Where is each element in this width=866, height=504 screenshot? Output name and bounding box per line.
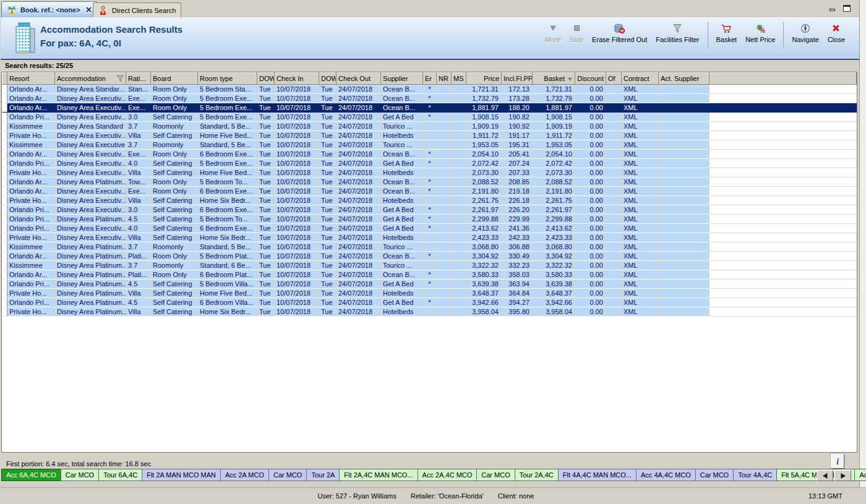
cell-supplier: Tourico ... [381,261,423,270]
sort-desc-icon [567,75,573,83]
table-row[interactable]: Private Ho...Disney Area Executiv...Vill… [2,233,857,242]
table-row[interactable]: Orlando Pri...Disney Area Executiv...3.0… [2,205,857,215]
facilities-filter-button[interactable]: Facilities Filter [651,21,703,45]
cell-gutter [2,270,7,280]
column-header-of[interactable]: Of [606,73,622,85]
table-row[interactable]: KissimmeeDisney Area Platinum...3.7Roomo… [2,261,857,270]
table-row[interactable]: KissimmeeDisney Area Executive3.7Roomonl… [2,140,857,150]
navigate-button[interactable]: Navigate [787,21,823,45]
column-header-ms[interactable]: MS [452,73,466,85]
session-tab-acc-4a-4c-mco[interactable]: Acc 4A,4C MCO [636,469,696,481]
cell-check_out: 24/07/2018 [337,187,381,196]
column-header-er[interactable]: Er [423,73,437,85]
cell-check_in: 10/07/2018 [275,196,319,205]
table-row[interactable]: Orlando Pri...Disney Area Platinum...4.5… [2,280,857,289]
column-header-accommodation[interactable]: Accommodation [55,73,126,85]
table-row[interactable]: Private Ho...Disney Area Executiv...Vill… [2,196,857,205]
cell-price: 2,072.42 [466,159,502,168]
table-row[interactable]: Orlando Pri...Disney Area Executiv...4.0… [2,224,857,233]
erase-filtered-out-button[interactable]: Erase Filtered Out [588,21,651,45]
session-tab-tour-2a-4c[interactable]: Tour 2A,4C [515,469,559,481]
maximize-button[interactable] [841,4,852,12]
tab-booking-ref[interactable]: Book. ref.: <none> [1,1,97,17]
table-row[interactable]: Orlando Pri...Disney Area Platinum...4.5… [2,215,857,224]
svg-text:%: % [760,27,765,33]
column-header-supplier[interactable]: Supplier [381,73,423,85]
cell-discount: 0.00 [575,280,606,289]
column-header-incl_fl_pp[interactable]: Incl.Fl.PP [502,73,533,85]
column-header-nr[interactable]: NR [437,73,452,85]
column-header-room_type[interactable]: Room type [198,73,257,85]
session-tab-tour-6a-4c[interactable]: Tour 6A,4C [98,469,142,481]
session-tab-tour-2a[interactable]: Tour 2A [306,469,340,481]
table-row[interactable]: Orlando Ar...Disney Area Platinum...Plat… [2,252,857,261]
column-header-discount[interactable]: Discount [575,73,606,85]
cell-check_in: 10/07/2018 [275,122,319,131]
table-row[interactable]: Orlando Ar...Disney Area Platinum...Plat… [2,270,857,280]
column-header-dow_out[interactable]: DOW [319,73,337,85]
search-results-count: Search results: 25/25 [5,62,73,69]
info-button[interactable]: i [831,454,844,469]
basket-button[interactable]: Basket [712,21,742,45]
close-button[interactable]: Close [823,21,849,45]
tab-direct-clients-label: Direct Clients Search [112,7,176,14]
table-row[interactable]: Orlando Pri...Disney Area Executiv...3.0… [2,113,857,122]
cell-incl_fl_pp: 241.36 [502,224,533,233]
table-row[interactable]: Orlando Ar...Disney Area Executiv...Exe.… [2,103,857,113]
cell-er: * [423,85,437,94]
table-row[interactable]: Orlando Ar...Disney Area Executiv...Exe.… [2,187,857,196]
nett-price-button[interactable]: %Nett Price [741,21,779,45]
column-header-price[interactable]: Price [466,73,502,85]
cell-price: 1,881.97 [466,103,502,113]
filter-funnel-icon [117,75,124,83]
table-row[interactable]: KissimmeeDisney Area Standard3.7Roomonly… [2,122,857,131]
session-tab-acc-2a-mco[interactable]: Acc 2A MCO [220,469,269,481]
table-row[interactable]: Orlando Ar...Disney Area Standar...Stan.… [2,85,857,94]
column-header-board[interactable]: Board [151,73,198,85]
column-header-contract[interactable]: Contract [622,73,659,85]
cell-rating: 3.7 [126,140,151,150]
cell-nr [437,177,452,187]
column-header-dow_in[interactable]: DOW [257,73,275,85]
column-header-check_out[interactable]: Check Out [337,73,381,85]
table-row[interactable]: Private Ho...Disney Area Platinum...Vill… [2,307,857,317]
cell-accommodation: Disney Area Platinum... [55,280,126,289]
scroll-tabs-left-button[interactable] [817,470,833,481]
table-row[interactable]: Private Ho...Disney Area Platinum...Vill… [2,289,857,298]
session-tab-acc-6a-4c-mco[interactable]: Acc 6A,4C MCO [1,469,61,481]
cell-gutter [2,205,7,215]
minimize-button[interactable] [827,4,838,12]
cell-board: Self Catering [151,280,198,289]
cell-board: Self Catering [151,205,198,215]
column-header-resort[interactable]: Resort [7,73,55,85]
cell-incl_fl_pp: 364.84 [502,289,533,298]
cell-basket: 2,088.52 [533,177,575,187]
scroll-tabs-right-button[interactable] [834,470,851,481]
session-tab-car-mco[interactable]: Car MCO [61,469,99,481]
cell-ms [452,168,466,177]
session-tab-flt-4a-4c-man-mco-[interactable]: Flt 4A,4C MAN MCO... [558,469,637,481]
table-row[interactable]: Orlando Ar...Disney Area Executiv...Exe.… [2,150,857,159]
session-tab-acc-2a-4c-mco[interactable]: Acc 2A,4C MCO [418,469,478,481]
close-tab-icon[interactable] [86,7,92,12]
table-row[interactable]: KissimmeeDisney Area Platinum...3.7Roomo… [2,242,857,252]
table-row[interactable]: Orlando Ar...Disney Area Platinum...Tow.… [2,177,857,187]
cell-dow_in: Tue [257,122,275,131]
session-tab-tour-4a-4c[interactable]: Tour 4A,4C [733,469,777,481]
column-header-act_supplier[interactable]: Act. Supplier [659,73,710,85]
session-tab-car-mco[interactable]: Car MCO [476,469,515,481]
table-row[interactable]: Orlando Pri...Disney Area Platinum...4.5… [2,298,857,307]
session-tab-car-mco[interactable]: Car MCO [695,469,734,481]
table-row[interactable]: Private Ho...Disney Area Executiv...Vill… [2,168,857,177]
table-row[interactable]: Orlando Ar...Disney Area Executiv...Exe.… [2,94,857,103]
session-tab-car-mco[interactable]: Car MCO [268,469,307,481]
table-row[interactable]: Orlando Pri...Disney Area Executiv...4.0… [2,159,857,168]
session-tab-flt-2a-4c-man-mco-[interactable]: Flt 2A,4C MAN MCO... [339,469,418,481]
table-row[interactable]: Private Ho...Disney Area Executiv...Vill… [2,131,857,140]
tab-direct-clients-search[interactable]: Direct Clients Search [93,2,181,17]
column-header-check_in[interactable]: Check In [275,73,319,85]
session-tab-flt-2a-man-mco-man[interactable]: Flt 2A MAN MCO MAN [142,469,221,481]
column-header-basket[interactable]: Basket [533,73,575,85]
session-tab-acc-5a-4c-mco[interactable]: Acc 5A,4C MCO [854,469,866,481]
column-header-rating[interactable]: Rati... [126,73,151,85]
